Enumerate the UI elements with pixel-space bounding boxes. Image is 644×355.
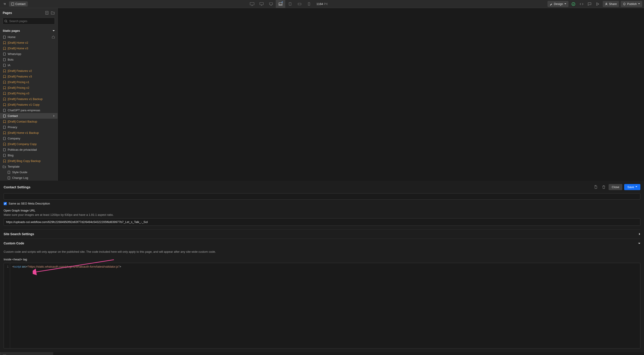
page-item-label: [Draft] Pricing v1 [8,80,29,84]
chevron-right-icon [639,233,640,235]
svg-rect-1 [250,2,254,5]
page-item[interactable]: Privacy [0,124,58,130]
custom-code-section[interactable]: Custom Code [4,239,640,248]
draft-page-icon [3,81,6,84]
page-item[interactable]: Style Guide [0,169,58,175]
page-icon [11,2,14,6]
page-item[interactable]: Template [0,164,58,169]
svg-rect-30 [4,64,6,67]
page-item[interactable]: [Draft] Contact Backup [0,119,58,124]
page-item[interactable]: [Draft] Features v2 [0,68,58,74]
chevron-right-icon [54,115,55,117]
draft-page-icon [3,131,6,134]
page-icon [3,35,6,39]
page-item-label: Bots [8,58,14,61]
page-item[interactable]: IA [0,62,58,68]
share-button[interactable]: Share [603,1,619,7]
page-item[interactable]: [Draft] Features v1 Backup [0,96,58,102]
code-gutter: 1 [4,263,10,348]
settings-panel: Contact Settings Close Save Same as SEO … [0,181,644,352]
copy-icon[interactable] [592,184,599,190]
breakpoint-mobile-landscape[interactable] [295,0,304,8]
page-item[interactable]: [Draft] Home v3 [0,45,58,51]
page-item-label: ChatGPT para empresas [8,109,40,112]
preview-icon[interactable] [594,1,601,7]
svg-rect-38 [8,177,10,179]
page-item-label: [Draft] Home v3 [8,47,28,50]
page-icon [7,176,10,180]
new-folder-icon[interactable] [51,11,55,15]
page-item[interactable]: [Draft] Pricing v2 [0,85,58,90]
page-item[interactable]: Company [0,136,58,141]
current-page-button[interactable]: Contact [9,1,28,6]
page-item[interactable]: [Draft] Pricing v1 [0,79,58,85]
breakpoint-desktop-small[interactable] [266,0,276,8]
page-item[interactable]: Contact [0,113,58,119]
breakpoint-tablet-large[interactable]: ✦ [276,0,285,8]
page-item[interactable]: Change Log [0,175,58,181]
page-item[interactable]: WhatsApp [0,51,58,57]
new-page-icon[interactable] [45,11,49,15]
page-item-label: IA [8,63,10,67]
tablet-icon [289,2,291,6]
page-item[interactable]: Bots [0,57,58,62]
page-item[interactable]: [Draft] Home v2 [0,40,58,45]
meta-description-textarea[interactable] [4,193,640,200]
page-item[interactable]: [Draft] Company Copy [0,141,58,147]
breakpoint-mobile[interactable] [304,0,314,8]
svg-point-26 [5,20,7,22]
page-icon [7,171,10,174]
code-content[interactable]: <script src="https://static.whatsauth.co… [10,263,123,348]
page-list: Home[Draft] Home v2[Draft] Home v3WhatsA… [0,34,58,181]
canvas-width[interactable]: 1164PX [316,2,328,6]
draft-page-icon [3,86,6,89]
page-item[interactable]: [Draft] Home v1 Backup [0,130,58,136]
page-item[interactable]: [Draft] Features v1 Copy [0,102,58,107]
save-button[interactable]: Save [624,184,640,190]
folder-icon [3,165,6,168]
page-item[interactable]: [Draft] Features v3 [0,74,58,79]
same-as-seo-checkbox-row[interactable]: Same as SEO Meta Description [4,202,640,205]
svg-rect-7 [308,2,310,5]
page-item[interactable]: Politicas de privacidad [0,147,58,152]
og-image-input[interactable] [4,218,640,226]
selection-label: None Selected [8,354,27,355]
breakpoint-desktop-large[interactable] [247,0,257,8]
search-pages-input[interactable] [3,17,55,24]
page-item[interactable]: Blog [0,152,58,158]
pages-header: Pages [0,8,58,17]
code-icon[interactable] [578,1,585,7]
check-status-icon[interactable] [570,1,576,7]
page-icon [3,52,6,56]
webflow-logo-icon[interactable] [2,1,7,7]
search-box [3,17,55,24]
page-item[interactable]: [Draft] Blog Copy Backup [0,158,58,164]
page-icon [3,148,6,151]
page-item[interactable]: Home [0,34,58,40]
close-button[interactable]: Close [608,184,622,190]
page-item-label: Privacy [8,125,17,129]
breakpoint-desktop[interactable] [257,0,266,8]
draft-page-icon [3,75,6,78]
breakpoint-tablet[interactable] [285,0,295,8]
delete-icon[interactable] [600,184,607,190]
publish-button[interactable]: Publish [621,1,642,7]
settings-header: Contact Settings Close Save [0,181,644,193]
same-as-seo-checkbox[interactable] [4,202,7,205]
static-pages-header[interactable]: Static pages [0,27,58,34]
search-icon [4,19,8,22]
site-search-section[interactable]: Site Search Settings [4,229,640,239]
chevron-down-icon [638,243,640,244]
svg-rect-35 [4,148,6,151]
page-item-label: [Draft] Blog Copy Backup [8,159,40,163]
comment-icon[interactable] [586,1,593,7]
page-item[interactable]: [Draft] Pricing v3 [0,90,58,96]
draft-page-icon [3,143,6,146]
head-code-editor[interactable]: 1 <script src="https://static.whatsauth.… [4,263,640,349]
page-item[interactable]: ChatGPT para empresas [0,107,58,113]
page-item-label: [Draft] Pricing v2 [8,86,29,89]
svg-rect-0 [12,3,14,5]
design-mode-button[interactable]: Design [548,1,568,7]
desktop-icon [260,2,264,6]
draft-page-icon [3,120,6,123]
